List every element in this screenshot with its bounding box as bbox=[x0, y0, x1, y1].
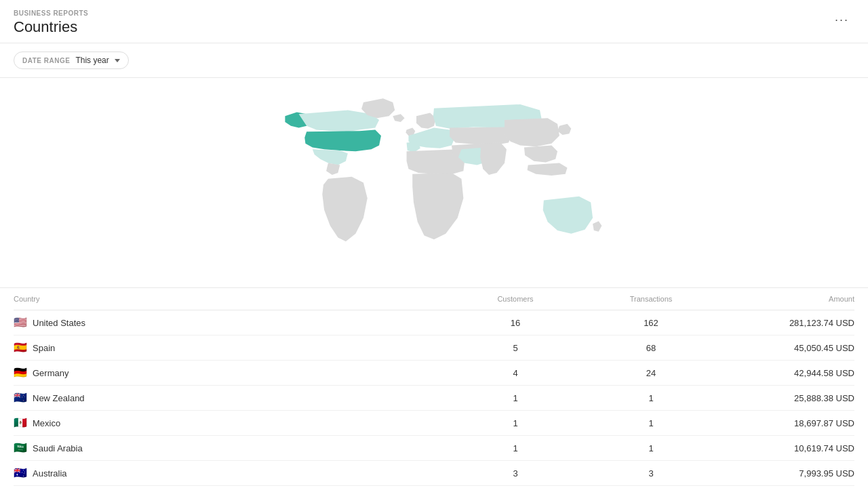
country-flag: 🇳🇿 bbox=[14, 392, 27, 403]
country-flag: 🇺🇸 bbox=[14, 317, 27, 328]
amount-value: 281,123.74 USD bbox=[719, 318, 854, 328]
country-cell: 🇩🇪 Germany bbox=[14, 367, 448, 378]
amount-value: 10,619.74 USD bbox=[719, 443, 854, 453]
column-transactions: Transactions bbox=[583, 295, 719, 303]
transactions-value: 1 bbox=[583, 393, 719, 403]
country-flag: 🇸🇦 bbox=[14, 443, 27, 453]
data-table: Country Customers Transactions Amount 🇺🇸… bbox=[0, 288, 868, 486]
customers-value: 4 bbox=[448, 368, 583, 378]
transactions-value: 162 bbox=[583, 318, 719, 328]
country-flag: 🇲🇽 bbox=[14, 418, 27, 428]
country-cell: 🇪🇸 Spain bbox=[14, 342, 448, 353]
page-header: BUSINESS REPORTS Countries ··· bbox=[0, 0, 868, 43]
country-name: Germany bbox=[33, 368, 68, 378]
world-map bbox=[0, 78, 868, 288]
iceland-region bbox=[393, 114, 404, 122]
table-row: 🇦🇺 Australia 3 3 7,993.95 USD bbox=[14, 461, 854, 486]
country-cell: 🇸🇦 Saudi Arabia bbox=[14, 443, 448, 453]
customers-value: 3 bbox=[448, 468, 583, 479]
customers-value: 5 bbox=[448, 343, 583, 353]
table-row: 🇺🇸 United States 16 162 281,123.74 USD bbox=[14, 310, 854, 336]
country-flag: 🇪🇸 bbox=[14, 342, 27, 353]
scandinavia-region bbox=[416, 113, 436, 129]
toolbar: DATE RANGE This year bbox=[0, 43, 868, 78]
date-range-button[interactable]: DATE RANGE This year bbox=[14, 52, 129, 69]
amount-value: 42,944.58 USD bbox=[719, 368, 854, 378]
table-row: 🇸🇦 Saudi Arabia 1 1 10,619.74 USD bbox=[14, 436, 854, 461]
china-region bbox=[505, 118, 559, 146]
country-name: New Zealand bbox=[33, 393, 85, 403]
chevron-down-icon bbox=[115, 59, 120, 62]
india-region bbox=[480, 143, 507, 175]
country-flag: 🇦🇺 bbox=[14, 468, 27, 479]
table-row: 🇪🇸 Spain 5 68 45,050.45 USD bbox=[14, 336, 854, 361]
column-country: Country bbox=[14, 295, 448, 303]
country-name: Saudi Arabia bbox=[33, 443, 83, 453]
date-range-value: This year bbox=[75, 56, 108, 65]
japan-region bbox=[557, 124, 571, 135]
more-options-button[interactable]: ··· bbox=[829, 9, 854, 30]
amount-value: 18,697.87 USD bbox=[719, 418, 854, 428]
column-customers: Customers bbox=[448, 295, 583, 303]
customers-value: 1 bbox=[448, 393, 583, 403]
amount-value: 7,993.95 USD bbox=[719, 468, 854, 479]
transactions-value: 1 bbox=[583, 443, 719, 453]
table-body: 🇺🇸 United States 16 162 281,123.74 USD 🇪… bbox=[14, 310, 854, 486]
south-america-region bbox=[322, 177, 367, 241]
country-name: Mexico bbox=[33, 418, 60, 428]
amount-value: 25,888.38 USD bbox=[719, 393, 854, 403]
se-asia-region bbox=[524, 146, 557, 163]
iberia-region bbox=[407, 142, 420, 152]
table-row: 🇲🇽 Mexico 1 1 18,697.87 USD bbox=[14, 411, 854, 436]
transactions-value: 1 bbox=[583, 418, 719, 428]
customers-value: 16 bbox=[448, 318, 583, 328]
amount-value: 45,050.45 USD bbox=[719, 343, 854, 353]
country-cell: 🇲🇽 Mexico bbox=[14, 418, 448, 428]
usa-region bbox=[304, 129, 381, 151]
customers-value: 1 bbox=[448, 443, 583, 453]
mexico-region bbox=[313, 149, 348, 165]
section-label: BUSINESS REPORTS bbox=[14, 9, 88, 17]
central-asia-region bbox=[450, 127, 512, 145]
country-cell: 🇳🇿 New Zealand bbox=[14, 392, 448, 403]
africa-region bbox=[412, 173, 463, 239]
table-row: 🇩🇪 Germany 4 24 42,944.58 USD bbox=[14, 361, 854, 386]
header-left: BUSINESS REPORTS Countries bbox=[14, 9, 88, 36]
transactions-value: 24 bbox=[583, 368, 719, 378]
indonesia-region bbox=[528, 163, 568, 176]
table-row: 🇳🇿 New Zealand 1 1 25,888.38 USD bbox=[14, 386, 854, 411]
date-range-label: DATE RANGE bbox=[22, 57, 70, 64]
country-name: Spain bbox=[33, 343, 55, 353]
country-cell: 🇺🇸 United States bbox=[14, 317, 448, 328]
map-svg bbox=[0, 85, 868, 281]
country-name: United States bbox=[33, 318, 85, 328]
country-flag: 🇩🇪 bbox=[14, 367, 27, 378]
australia-region bbox=[543, 197, 593, 234]
central-america-region bbox=[326, 163, 340, 175]
country-cell: 🇦🇺 Australia bbox=[14, 468, 448, 479]
table-header: Country Customers Transactions Amount bbox=[14, 288, 854, 310]
transactions-value: 3 bbox=[583, 468, 719, 479]
column-amount: Amount bbox=[719, 295, 854, 303]
transactions-value: 68 bbox=[583, 343, 719, 353]
country-name: Australia bbox=[33, 468, 67, 479]
customers-value: 1 bbox=[448, 418, 583, 428]
page-title: Countries bbox=[14, 18, 88, 36]
new-zealand-region bbox=[593, 221, 601, 232]
